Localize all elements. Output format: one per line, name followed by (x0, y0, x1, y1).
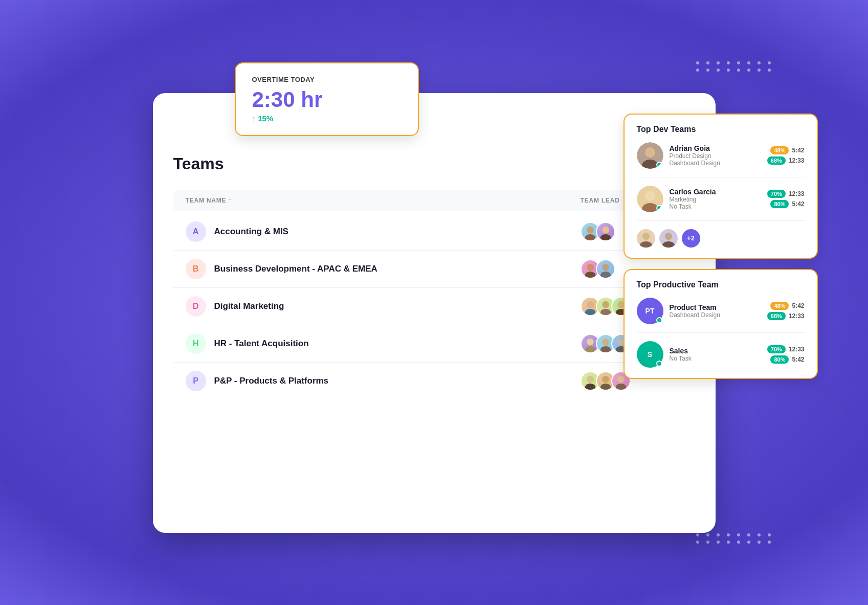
team-name: P&P - Products & Platforms (214, 376, 329, 386)
team-initial-avatar: H (186, 333, 206, 354)
overtime-change: ↑ 15% (252, 114, 402, 123)
productive-team-item: S Sales No Task 70% 12:33 80% 5:42 (637, 341, 805, 368)
svg-point-9 (585, 309, 595, 315)
team-initial-avatar: A (186, 221, 206, 242)
team-name-cell: H HR - Talent Acquisition (186, 333, 581, 354)
svg-point-16 (602, 338, 609, 345)
dev-team-item: Carlos Garcia Marketing No Task 70% 12:3… (637, 186, 805, 221)
svg-point-22 (602, 375, 609, 383)
svg-point-2 (602, 226, 609, 233)
overtime-label: OVERTIME TODAY (252, 76, 402, 83)
top-productive-card: Top Productive Team PT Product Team Dash… (624, 269, 818, 379)
stat-time: 12:33 (789, 346, 805, 353)
page-title: Teams (173, 154, 695, 173)
dev-info: Sales No Task (670, 347, 761, 362)
table-row[interactable]: B Business Development - APAC & EMEA (173, 251, 695, 288)
team-name-cell: A Accounting & MIS (186, 221, 581, 242)
main-card: OVERTIME TODAY 2:30 hr ↑ 15% Teams TEAM … (153, 93, 716, 533)
dev-stats: 48% 5:42 68% 12:33 (767, 146, 805, 165)
dev-name: Adrian Goia (670, 144, 761, 152)
svg-point-1 (585, 234, 595, 240)
overtime-percent: 15% (258, 114, 273, 123)
badge-green: 70% (767, 190, 786, 198)
svg-point-11 (600, 309, 610, 315)
badge-orange: 48% (770, 146, 789, 154)
dots-bottom-right (696, 533, 771, 544)
dev-stats: 70% 12:33 80% 5:42 (767, 345, 805, 364)
stat-time: 12:33 (789, 157, 805, 164)
svg-point-30 (645, 191, 655, 201)
team-initial-avatar: D (186, 296, 206, 317)
stat-row-1: 48% 5:42 (770, 302, 804, 310)
dev-info: Adrian Goia Product Design Dashboard Des… (670, 144, 761, 167)
team-initial-avatar: P (186, 371, 206, 391)
stat-row-2: 68% 12:33 (767, 156, 805, 165)
badge-green: 68% (767, 312, 786, 320)
svg-point-10 (602, 301, 609, 308)
dev-role: Marketing (670, 196, 761, 203)
right-panel: Top Dev Teams Adrian Goia Product Design… (624, 114, 818, 379)
table-row[interactable]: A Accounting & MIS (173, 213, 695, 251)
table-row[interactable]: P P&P - Products & Platforms (173, 363, 695, 399)
stat-row-1: 70% 12:33 (767, 345, 805, 353)
badge-green: 80% (770, 355, 789, 364)
svg-point-8 (587, 301, 594, 308)
extra-avatars-row: +2 (637, 229, 805, 248)
stat-time: 12:33 (789, 190, 805, 197)
teams-table: TEAM NAME ↑ TEAM LEAD A Accounting & MIS… (173, 190, 695, 399)
stat-time: 5:42 (792, 200, 804, 208)
col-team-name: TEAM NAME ↑ (186, 197, 581, 204)
dev-role: Product Design (670, 152, 761, 160)
stat-time: 5:42 (792, 356, 804, 363)
stat-time: 5:42 (792, 147, 804, 154)
svg-point-25 (615, 384, 626, 390)
svg-point-21 (585, 384, 595, 390)
stat-row-2: 80% 5:42 (770, 355, 804, 364)
team-circle: S (637, 341, 663, 368)
table-row[interactable]: D Digital Marketing (173, 288, 695, 325)
team-name: Business Development - APAC & EMEA (214, 264, 377, 274)
table-header: TEAM NAME ↑ TEAM LEAD (173, 190, 695, 211)
svg-point-7 (600, 272, 610, 278)
svg-point-6 (602, 263, 609, 271)
svg-point-20 (587, 375, 594, 383)
stat-row-2: 80% 5:42 (770, 200, 804, 208)
svg-point-23 (600, 384, 610, 390)
overtime-arrow: ↑ (252, 114, 256, 123)
svg-point-35 (662, 241, 675, 248)
svg-point-3 (600, 234, 610, 240)
svg-point-34 (665, 233, 672, 240)
online-indicator (656, 317, 662, 323)
dev-task: Dashboard Design (670, 160, 761, 167)
dev-team-item: Adrian Goia Product Design Dashboard Des… (637, 142, 805, 177)
team-name: Product Team (670, 303, 761, 311)
table-row[interactable]: H HR - Talent Acquisition (173, 325, 695, 363)
dev-stats: 48% 5:42 68% 12:33 (767, 302, 805, 320)
badge-green: 80% (770, 200, 789, 208)
team-name: Sales (670, 347, 761, 355)
top-productive-title: Top Productive Team (637, 280, 805, 289)
team-name-cell: B Business Development - APAC & EMEA (186, 259, 581, 279)
online-indicator (656, 361, 662, 367)
avatar (637, 229, 655, 248)
dev-stats: 70% 12:33 80% 5:42 (767, 190, 805, 208)
team-name: Digital Marketing (214, 301, 284, 311)
dev-task: No Task (670, 203, 761, 210)
svg-point-17 (600, 346, 610, 352)
team-initial-avatar: B (186, 259, 206, 279)
dev-name: Carlos Garcia (670, 188, 761, 196)
team-task: Dashboard Design (670, 311, 761, 319)
svg-point-0 (587, 226, 594, 233)
dots-top-right (696, 61, 771, 72)
dev-info: Product Team Dashboard Design (670, 303, 761, 319)
avatar (596, 222, 615, 241)
svg-point-15 (585, 346, 595, 352)
team-task: No Task (670, 355, 761, 362)
productive-team-item: PT Product Team Dashboard Design 48% 5:4… (637, 298, 805, 333)
team-circle: PT (637, 298, 663, 324)
badge-green: 68% (767, 156, 786, 165)
avatar (596, 259, 615, 279)
svg-point-14 (587, 338, 594, 345)
extra-count-badge: +2 (682, 229, 700, 248)
overtime-card: OVERTIME TODAY 2:30 hr ↑ 15% (235, 62, 419, 136)
